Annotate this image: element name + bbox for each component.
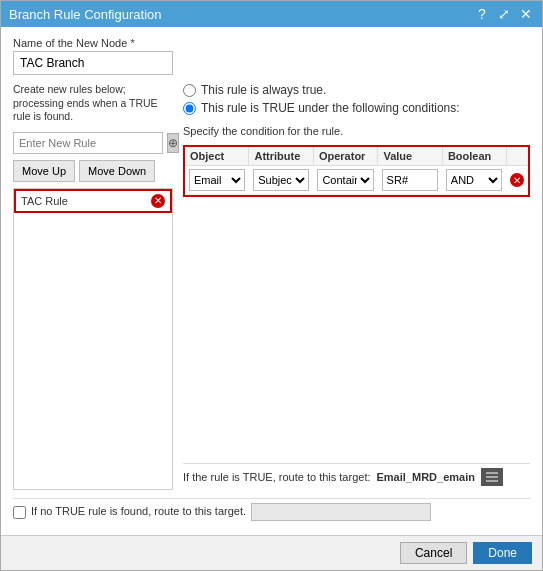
new-rule-input[interactable]: [13, 132, 163, 154]
cancel-button[interactable]: Cancel: [400, 542, 467, 564]
help-icon[interactable]: ?: [474, 6, 490, 22]
move-down-button[interactable]: Move Down: [79, 160, 155, 182]
right-panel: This rule is always true. This rule is T…: [183, 83, 530, 490]
add-rule-button[interactable]: ⊕: [167, 133, 179, 153]
dialog-body: Name of the New Node * Create new rules …: [1, 27, 542, 535]
radio-conditions: This rule is TRUE under the following co…: [183, 101, 530, 115]
expand-icon[interactable]: ⤢: [496, 6, 512, 22]
left-panel: Create new rules below; processing ends …: [13, 83, 173, 490]
object-select[interactable]: Email: [189, 169, 245, 191]
new-rule-row: ⊕: [13, 132, 173, 154]
no-true-row: If no TRUE rule is found, route to this …: [13, 498, 530, 525]
main-content: Create new rules below; processing ends …: [13, 83, 530, 490]
spacer: [183, 203, 530, 453]
route-row: If the rule is TRUE, route to this targe…: [183, 463, 530, 490]
close-icon[interactable]: ✕: [518, 6, 534, 22]
node-name-input[interactable]: [13, 51, 173, 75]
svg-rect-1: [486, 476, 498, 478]
title-bar: Branch Rule Configuration ? ⤢ ✕: [1, 1, 542, 27]
done-button[interactable]: Done: [473, 542, 532, 564]
col-object: Object: [185, 147, 249, 165]
cell-operator: Contains: [313, 166, 377, 194]
cell-value: [378, 166, 442, 194]
dialog-title: Branch Rule Configuration: [9, 7, 161, 22]
route-label: If the rule is TRUE, route to this targe…: [183, 471, 371, 483]
value-input[interactable]: [382, 169, 438, 191]
radio-conditions-input[interactable]: [183, 102, 196, 115]
rule-item[interactable]: TAC Rule ✕: [14, 189, 172, 213]
branch-rule-dialog: Branch Rule Configuration ? ⤢ ✕ Name of …: [0, 0, 543, 571]
no-true-checkbox[interactable]: [13, 506, 26, 519]
move-up-button[interactable]: Move Up: [13, 160, 75, 182]
node-name-section: Name of the New Node *: [13, 37, 530, 75]
radio-always-true: This rule is always true.: [183, 83, 530, 97]
radio-section: This rule is always true. This rule is T…: [183, 83, 530, 115]
cell-delete: ✕: [506, 170, 528, 190]
title-bar-icons: ? ⤢ ✕: [474, 6, 534, 22]
conditions-table: Object Attribute Operator Value Boolean …: [183, 145, 530, 197]
dialog-footer: Cancel Done: [1, 535, 542, 570]
attribute-select[interactable]: Subject: [253, 169, 309, 191]
cell-attribute: Subject: [249, 166, 313, 194]
radio-always-true-label: This rule is always true.: [201, 83, 326, 97]
col-actions: [507, 147, 528, 165]
svg-rect-0: [486, 472, 498, 474]
col-attribute: Attribute: [249, 147, 313, 165]
no-true-label: If no TRUE rule is found, route to this …: [31, 505, 246, 517]
rules-section-label: Create new rules below; processing ends …: [13, 83, 173, 124]
col-operator: Operator: [314, 147, 378, 165]
route-svg-icon: [486, 472, 498, 482]
route-icon-button[interactable]: [481, 468, 503, 486]
table-row: Email Subject Contains: [185, 166, 528, 195]
move-buttons: Move Up Move Down: [13, 160, 173, 182]
rule-item-clear-button[interactable]: ✕: [151, 194, 165, 208]
col-value: Value: [378, 147, 442, 165]
node-name-label: Name of the New Node *: [13, 37, 530, 49]
no-true-input[interactable]: [251, 503, 431, 521]
operator-select[interactable]: Contains: [317, 169, 373, 191]
rule-list: TAC Rule ✕: [13, 188, 173, 490]
rule-item-label: TAC Rule: [21, 195, 147, 207]
radio-conditions-label: This rule is TRUE under the following co…: [201, 101, 460, 115]
condition-label: Specify the condition for the rule.: [183, 125, 530, 137]
col-boolean: Boolean: [443, 147, 507, 165]
row-delete-button[interactable]: ✕: [510, 173, 524, 187]
table-header: Object Attribute Operator Value Boolean: [185, 147, 528, 166]
cell-boolean: AND: [442, 166, 506, 194]
radio-always-true-input[interactable]: [183, 84, 196, 97]
route-value: Email_MRD_emain: [377, 471, 475, 483]
cell-object: Email: [185, 166, 249, 194]
boolean-select[interactable]: AND: [446, 169, 502, 191]
svg-rect-2: [486, 480, 498, 482]
